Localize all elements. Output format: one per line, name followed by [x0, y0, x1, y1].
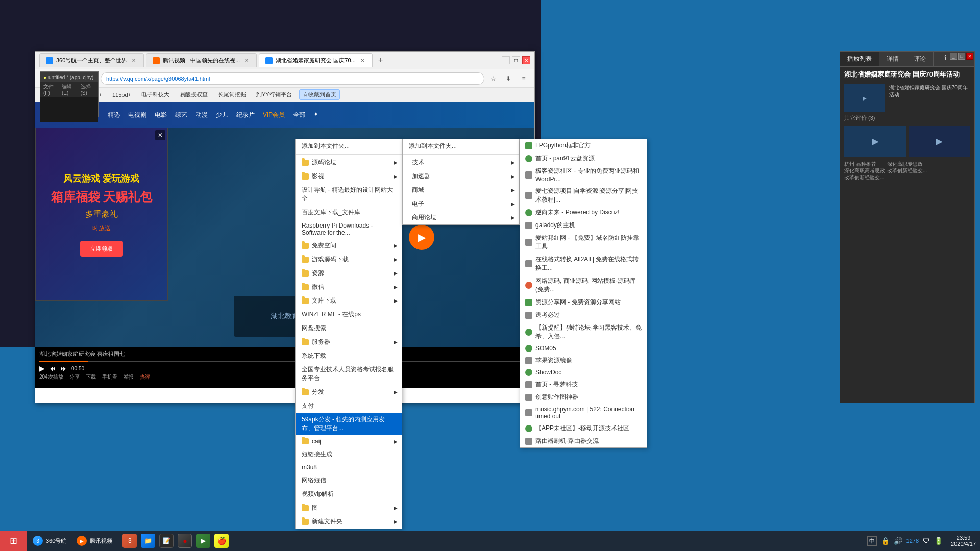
- address-bar[interactable]: https://v.qq.com/x/page/g30068yfa41.html: [101, 72, 484, 85]
- menu-exam-platform[interactable]: 全国专业技术人员资格考试报名服务平台: [296, 363, 402, 385]
- bookmark-button[interactable]: ☆: [486, 72, 500, 85]
- quick-360[interactable]: 3: [122, 534, 137, 548]
- bookmark-2[interactable]: 115pd+: [109, 91, 134, 99]
- nav-all[interactable]: 全部: [293, 111, 305, 119]
- browser-close[interactable]: ✕: [522, 56, 530, 64]
- menu-sys-dl[interactable]: 系统下载: [296, 349, 402, 363]
- bookmark-6[interactable]: 到YY行销平台: [253, 90, 295, 99]
- site-music[interactable]: music.ghpym.com | 522: Connection timed …: [520, 404, 647, 422]
- browser-maximize[interactable]: □: [512, 56, 520, 64]
- menu-59apk[interactable]: 59apk分发 - 领先的内测应用发布、管理平台...: [296, 413, 402, 435]
- site-pan91[interactable]: 首页 - pan91云盘资源: [520, 152, 647, 165]
- taskbar-360[interactable]: 3 360号航: [29, 532, 70, 550]
- site-source[interactable]: 网络源码, 商业源码, 网站模板-源码库(免费...: [520, 274, 647, 296]
- nav-jingxuan[interactable]: 精选: [108, 111, 120, 119]
- editor-menu-edit[interactable]: 编辑(E): [62, 83, 77, 96]
- menu-baidu-doc[interactable]: 百度文库下载_文件库: [296, 206, 402, 219]
- site-aizhan[interactable]: 爱站邦红网 - 【免费】域名防红防挂靠工具: [520, 232, 647, 253]
- quick-game[interactable]: ▶: [196, 534, 210, 548]
- site-reverse[interactable]: 逆向未来 - Powered by Discuz!: [520, 206, 647, 219]
- nav-tvshow[interactable]: 电视剧: [128, 111, 146, 119]
- editor-menu-select[interactable]: 选择(S): [81, 83, 95, 96]
- progress-bar[interactable]: [39, 361, 530, 362]
- share-btn[interactable]: 分享: [69, 373, 80, 381]
- menu-game-dl[interactable]: 游戏源码下载 ▶: [296, 253, 402, 266]
- menu-server[interactable]: 服务器 ▶: [296, 335, 402, 349]
- report-btn[interactable]: 举报: [124, 373, 134, 381]
- site-hacker[interactable]: 【新提醒】独特论坛-学习黑客技术、免希、入侵...: [520, 321, 647, 343]
- nav-documentary[interactable]: 纪录片: [236, 111, 255, 119]
- start-button[interactable]: ⊞: [0, 531, 27, 551]
- tray-ime[interactable]: 中: [867, 536, 877, 546]
- play-button[interactable]: ▶: [39, 364, 45, 372]
- browser-minimize[interactable]: _: [502, 56, 510, 64]
- menu-distribute[interactable]: 分发 ▶: [296, 385, 402, 399]
- site-ai7[interactable]: 爱七资源项目|自学资源|资源分享|网技术教程|...: [520, 185, 647, 206]
- panel-tab-comment[interactable]: 评论: [906, 52, 934, 66]
- download-button[interactable]: ⬇: [502, 72, 515, 85]
- panel-info-btn[interactable]: ℹ: [942, 52, 949, 66]
- nav-vip[interactable]: VIP会员: [263, 111, 285, 119]
- quick-explorer[interactable]: 📁: [141, 534, 155, 548]
- panel-tab-playlist[interactable]: 播放列表: [840, 52, 879, 66]
- menu-source-forum[interactable]: 源码论坛 ▶: [296, 156, 402, 169]
- taskbar-tencent[interactable]: ▶ 腾讯视频: [72, 532, 116, 550]
- tab-0-close[interactable]: ✕: [130, 57, 137, 64]
- menu-m3u8[interactable]: m3u8: [296, 461, 402, 473]
- site-geek[interactable]: 极客资源社区 - 专业的免费两业源码和WordPr...: [520, 165, 647, 185]
- site-appcomm[interactable]: 【APP未社区】-移动开源技术社区: [520, 422, 647, 435]
- browser-tab-1[interactable]: 腾讯视频 - 中国领先的在线视... ✕: [146, 53, 257, 67]
- menu-pay[interactable]: 支付: [296, 399, 402, 413]
- download-action[interactable]: 下载: [86, 373, 96, 381]
- menu-sms[interactable]: 网络短信: [296, 473, 402, 487]
- ad-claim-button[interactable]: 立即领取: [80, 241, 123, 257]
- site-all2all[interactable]: 在线格式转换 All2All | 免费在线格式转换工...: [520, 253, 647, 274]
- menu-image[interactable]: 图 ▶: [296, 501, 402, 515]
- menu-wechat[interactable]: 微信 ▶: [296, 280, 402, 294]
- site-showdoc[interactable]: ShowDoc: [520, 367, 647, 378]
- nav-variety[interactable]: 综艺: [175, 111, 187, 119]
- submenu-tech[interactable]: 技术 ▶: [403, 156, 519, 169]
- tray-shield[interactable]: 🛡: [923, 537, 930, 545]
- nav-movie[interactable]: 电影: [155, 111, 167, 119]
- site-resource-share[interactable]: 资源分享网 - 免费资源分享网站: [520, 296, 647, 309]
- menu-winzer[interactable]: WINZER ME - 在线ps: [296, 308, 402, 321]
- mobile-btn[interactable]: 手机看: [102, 373, 117, 381]
- panel-tab-detail[interactable]: 详情: [879, 52, 906, 66]
- quick-notepad[interactable]: 📝: [159, 534, 174, 548]
- bookmark-favorites[interactable]: ☆收藏到首页: [299, 89, 340, 100]
- menu-raspberry[interactable]: Raspberry Pi Downloads - Software for th…: [296, 219, 402, 239]
- menu-film[interactable]: 影视 ▶: [296, 169, 402, 183]
- site-router[interactable]: 路由器刷机-路由器交流: [520, 435, 647, 447]
- tab-2-close[interactable]: ✕: [359, 57, 366, 64]
- menu-free-space[interactable]: 免费空间 ▶: [296, 239, 402, 253]
- submenu-add-header[interactable]: 添加到本文件夹...: [403, 139, 519, 153]
- site-creative[interactable]: 创意贴作图神器: [520, 391, 647, 404]
- menu-button[interactable]: ≡: [517, 72, 530, 85]
- menu-doc-dl[interactable]: 文库下载 ▶: [296, 294, 402, 308]
- site-apple[interactable]: 苹果资源镜像: [520, 354, 647, 367]
- browser-tab-2[interactable]: 湖北省婚姻家庭研究会 国庆70... ✕: [259, 53, 372, 67]
- panel-close[interactable]: ✕: [966, 53, 973, 60]
- nav-more[interactable]: ✦: [313, 111, 318, 119]
- next-button[interactable]: ⏭: [60, 364, 67, 372]
- site-galaddy[interactable]: galaddy的主机: [520, 219, 647, 232]
- site-xunmeng[interactable]: 首页 - 寻梦科技: [520, 378, 647, 391]
- panel-min[interactable]: _: [950, 53, 957, 60]
- prev-button[interactable]: ⏮: [49, 364, 56, 372]
- menu-add-to-folder[interactable]: 添加到本文件夹...: [296, 139, 402, 153]
- menu-design-nav[interactable]: 设计导航 - 精选最好的设计网站大全: [296, 183, 402, 206]
- tab-1-close[interactable]: ✕: [243, 57, 250, 64]
- submenu-biz-forum[interactable]: 商用论坛 ▶: [403, 211, 519, 224]
- hot-review-btn[interactable]: 热评: [140, 373, 150, 381]
- submenu-electronics[interactable]: 电子 ▶: [403, 197, 519, 211]
- tray-security[interactable]: 1278: [906, 538, 919, 544]
- related-0[interactable]: ▶: [844, 126, 906, 157]
- new-tab-button[interactable]: +: [375, 54, 387, 66]
- bookmark-4[interactable]: 易酸授权查: [177, 90, 211, 99]
- quick-record[interactable]: ●: [178, 534, 192, 548]
- submenu-shop[interactable]: 商城 ▶: [403, 183, 519, 197]
- ad-close-button[interactable]: ✕: [155, 130, 165, 140]
- site-som05[interactable]: SOM05: [520, 343, 647, 354]
- nav-anime[interactable]: 动漫: [195, 111, 208, 119]
